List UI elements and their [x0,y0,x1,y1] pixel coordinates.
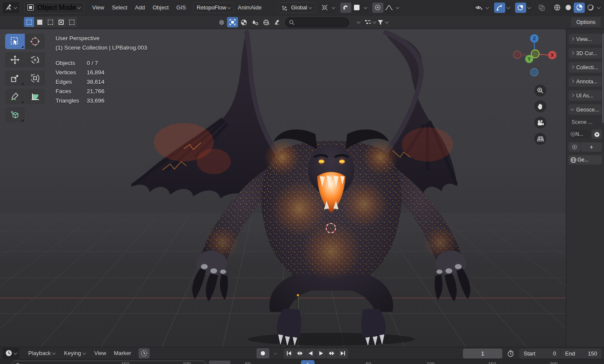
menu-animaide[interactable]: AnimAide [234,3,265,12]
mode-label: Object Mode [37,4,76,12]
outliner-filter-dropdown[interactable] [365,17,377,27]
shading-solid-toggle[interactable] [563,3,574,13]
stat-label: Objects [56,59,87,68]
3d-cursor [321,219,340,238]
gizmos-toggle[interactable] [494,3,505,13]
3d-viewport[interactable]: User Perspective (1) Scene Collection | … [0,29,566,347]
add-crs-button[interactable]: + [581,142,602,152]
timeline-button-fragment[interactable] [209,361,230,364]
filter-funnel-dropdown[interactable] [377,17,389,27]
xray-toggle[interactable] [536,3,547,13]
pan-hand-button[interactable] [534,100,546,112]
select-set-mode[interactable] [24,17,35,27]
georef-button[interactable]: Ge... [569,155,602,164]
timeline-editor-type-button[interactable] [3,348,19,359]
crs-settings-button[interactable] [592,129,602,139]
playback-menu[interactable]: Playback [24,348,60,358]
keying-menu[interactable]: Keying [60,348,91,358]
sidebar-scrollbar[interactable] [602,33,604,123]
snap-magnet-toggle[interactable] [340,3,351,13]
editor-type-button[interactable] [3,2,19,13]
move-tool[interactable] [5,52,25,68]
tool-extra-dropdown[interactable] [352,17,365,27]
options-button[interactable]: Options [571,17,601,27]
retopoflow-dropdown[interactable]: RetopoFlow [193,3,234,13]
select-invert-mode[interactable] [56,17,67,27]
panel-view[interactable]: View... [569,34,602,44]
tick-label: 150 [488,361,496,364]
cursor-tool[interactable] [25,34,45,49]
start-frame-field[interactable]: Start 0 [519,350,560,357]
stat-value: 16,894 [87,68,104,77]
falloff-curve-icon[interactable] [383,3,395,13]
next-keyframe-button[interactable] [327,349,337,358]
play-reverse-button[interactable] [305,349,316,358]
sphere-quarters-icon[interactable] [238,17,249,27]
record-button[interactable] [256,348,269,358]
shading-wireframe-toggle[interactable] [551,3,563,13]
proportional-editing-toggle[interactable] [372,3,383,13]
overlays-toggle[interactable] [515,3,526,13]
menu-gis[interactable]: GIS [173,3,190,12]
orientation-dropdown[interactable]: Global [278,3,315,13]
select-box-tool[interactable] [5,34,25,49]
menu-object[interactable]: Object [149,3,173,12]
select-extend-mode[interactable] [35,17,45,27]
frame-region-icon[interactable] [227,17,238,27]
geoscene-crs-row: N... [569,129,602,139]
snap-element-swatch[interactable] [351,3,362,13]
select-intersect-mode[interactable] [67,17,77,27]
panel-collections[interactable]: Collecti... [569,62,602,73]
mesh-hexagon-icon[interactable] [216,17,227,27]
globe-refresh-icon[interactable] [260,17,271,27]
record-options-dropdown[interactable] [269,348,280,358]
annotate-tool[interactable] [5,89,25,104]
ortho-grid-button[interactable] [534,133,546,145]
jump-to-start-button[interactable] [284,349,295,358]
viewport-nav-controls: Z X Y [510,32,557,169]
crs-selector[interactable]: N... [569,130,591,138]
panel-geoscene[interactable]: Geosce... [569,104,602,115]
timeline-header: Playback Keying View Marker [0,347,604,359]
timeline-view-menu[interactable]: View [91,348,110,358]
measure-tool[interactable] [25,89,45,104]
rotate-tool[interactable] [25,52,45,68]
select-subtract-mode[interactable] [45,17,56,27]
timeline-search-field[interactable] [12,361,206,364]
search-field[interactable] [285,18,349,27]
jump-to-end-button[interactable] [337,349,348,358]
camera-view-button[interactable] [534,117,546,129]
mode-selector[interactable]: Object Mode [24,2,84,13]
use-preview-range-toggle[interactable] [505,348,516,358]
marker-menu[interactable]: Marker [110,348,135,358]
playhead[interactable]: 1 [301,360,315,364]
menu-view[interactable]: View [88,3,108,12]
orientation-gizmo[interactable]: Z X Y [510,32,557,82]
end-label: End [565,350,575,357]
zoom-button[interactable] [534,85,546,97]
transform-tool[interactable] [25,70,45,86]
panel-label: Collecti... [576,65,598,70]
prev-keyframe-button[interactable] [295,349,305,358]
shading-material-toggle[interactable] [574,3,585,13]
cleanup-brush-icon[interactable] [271,17,283,27]
menu-add[interactable]: Add [131,3,149,12]
auto-keyframe-toggle[interactable] [138,348,150,358]
menu-select[interactable]: Select [108,3,131,12]
panel-annotations[interactable]: Annota... [569,76,602,87]
end-frame-field[interactable]: End 150 [560,350,601,357]
panel-ui-assets[interactable]: UI As... [569,90,602,101]
show-object-types-eye-icon[interactable] [473,3,484,13]
panel-3d-cursor[interactable]: 3D Cur... [569,48,602,59]
start-value: 0 [553,350,556,357]
pivot-dropdown[interactable] [319,3,336,13]
play-button[interactable] [316,349,327,358]
crs-radio-button[interactable] [569,142,580,152]
scale-tool[interactable] [5,70,25,86]
shading-rendered-toggle[interactable] [585,3,596,13]
current-frame-field[interactable]: 1 [463,349,502,358]
add-cube-tool[interactable] [5,107,25,123]
timeline-track-strip[interactable]: -150 -100 -50 50 100 150 200 1 [0,359,604,364]
panel-label: View... [576,36,592,42]
droplets-icon[interactable] [249,17,260,27]
